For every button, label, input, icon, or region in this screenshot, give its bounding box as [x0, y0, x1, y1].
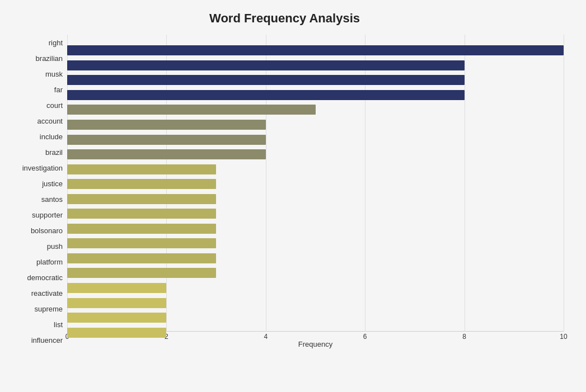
bar-row-santos [67, 193, 564, 205]
y-label-platform: platform [36, 256, 63, 268]
y-axis: rightbrazilianmuskfarcourtaccountinclude… [6, 35, 67, 348]
bar-account [67, 120, 266, 130]
bar-row-influencer [67, 327, 564, 339]
y-label-brazilian: brazilian [36, 52, 63, 64]
bar-brazilian [67, 60, 465, 70]
bar-row-brazil [67, 148, 564, 160]
bar-row-push [67, 237, 564, 249]
y-label-right: right [49, 36, 63, 49]
y-label-brazil: brazil [45, 146, 63, 158]
chart-container: Word Frequency Analysis rightbrazilianmu… [0, 0, 586, 392]
bar-include [67, 135, 266, 145]
bar-row-bolsonaro [67, 223, 564, 235]
y-label-reactivate: reactivate [31, 287, 63, 300]
y-label-supreme: supreme [34, 303, 63, 315]
bar-brazil [67, 149, 266, 159]
bar-justice [67, 179, 216, 189]
bar-rows [67, 43, 564, 340]
y-label-list: list [54, 319, 63, 331]
bar-platform [67, 253, 216, 263]
x-axis-label: Frequency [298, 340, 332, 348]
bar-investigation [67, 164, 216, 174]
y-label-justice: justice [42, 177, 63, 190]
bar-row-list [67, 311, 564, 324]
bar-row-brazilian [67, 59, 564, 72]
bar-supporter [67, 209, 216, 219]
bar-push [67, 238, 216, 248]
y-label-far: far [54, 83, 63, 96]
bar-row-supporter [67, 207, 564, 220]
bar-row-platform [67, 252, 564, 265]
grid-line-10 [564, 35, 564, 332]
bar-row-include [67, 134, 564, 146]
bar-row-supreme [67, 297, 564, 309]
bar-right [67, 45, 564, 55]
bar-bolsonaro [67, 224, 216, 234]
y-label-musk: musk [45, 68, 63, 80]
bar-reactivate [67, 283, 166, 293]
chart-area: rightbrazilianmuskfarcourtaccountinclude… [6, 35, 564, 348]
bar-row-reactivate [67, 282, 564, 294]
bar-santos [67, 194, 216, 204]
y-label-account: account [37, 115, 63, 127]
y-label-supporter: supporter [32, 209, 63, 221]
bar-row-account [67, 119, 564, 131]
bars-grid: 0246810Frequency [67, 35, 564, 348]
y-label-influencer: influencer [31, 334, 63, 347]
bar-musk [67, 75, 465, 85]
y-label-democratic: democratic [27, 272, 63, 284]
y-label-bolsonaro: bolsonaro [31, 225, 63, 237]
bar-democratic [67, 268, 216, 278]
y-label-investigation: investigation [22, 162, 63, 174]
bar-row-investigation [67, 163, 564, 176]
y-label-court: court [46, 99, 63, 111]
y-label-include: include [40, 130, 63, 143]
bar-influencer [67, 328, 166, 338]
bar-row-far [67, 89, 564, 101]
bar-row-court [67, 103, 564, 116]
y-label-push: push [47, 240, 63, 253]
chart-title: Word Frequency Analysis [6, 11, 564, 26]
bar-row-democratic [67, 267, 564, 279]
bar-row-right [67, 44, 564, 56]
bar-far [67, 90, 465, 100]
bar-supreme [67, 298, 166, 308]
bar-row-justice [67, 178, 564, 190]
y-label-santos: santos [41, 193, 63, 205]
bar-row-musk [67, 74, 564, 86]
bar-list [67, 313, 166, 323]
bar-court [67, 105, 316, 115]
